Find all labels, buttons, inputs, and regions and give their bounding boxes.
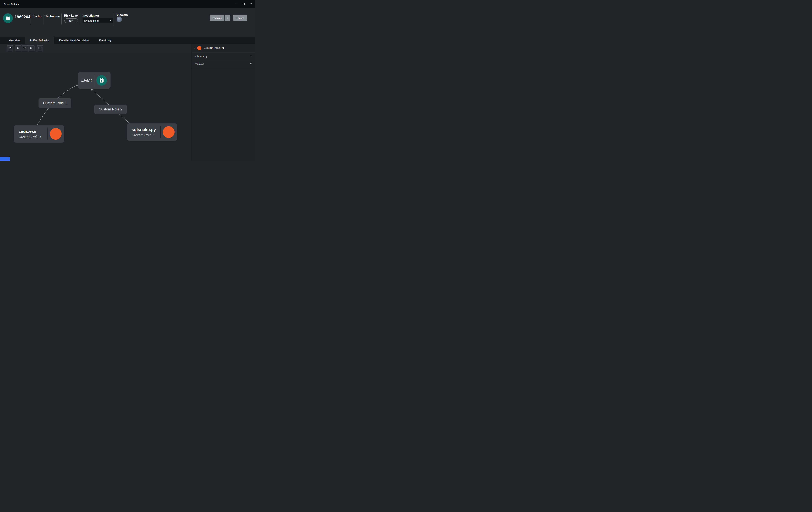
minimize-button[interactable]: − [232,0,240,8]
tab-event-log[interactable]: Event Log [94,36,116,44]
artifact-sidebar: ▾ Custom Type (2) sqlsnake.py zeus.exe [192,44,255,161]
graph-canvas[interactable]: Event Custom Role 1 Custom Role 2 [0,53,192,161]
event-node-label: Event [81,78,92,83]
tab-artifact-behavior[interactable]: Artifact Behavior [25,36,54,44]
frame-view-button[interactable] [37,45,43,51]
event-calendar-icon [96,75,107,86]
edge-label-custom-role-1[interactable]: Custom Role 1 [38,98,71,108]
node-name: sqlsnake.py [132,127,158,132]
zoom-out-icon [23,47,27,50]
titlebar: Event Details − × [0,0,255,8]
tab-overview[interactable]: Overview [4,36,25,44]
risk-level-label: Risk Level [64,14,79,18]
sidebar-item-label: zeus.exe [195,63,204,65]
custom-type-icon [163,126,175,138]
horizontal-scrollbar-thumb[interactable] [0,157,10,161]
risk-level-badge: N/A [64,18,78,23]
fit-to-screen-button[interactable] [28,45,34,51]
divider [114,13,114,26]
graph-panel: Event Custom Role 1 Custom Role 2 [0,44,192,161]
investigator-dropdown[interactable]: (Unassigned) ▾ [83,18,113,23]
caret-down-icon: ▾ [110,20,111,22]
investigator-value: (Unassigned) [84,19,99,22]
window-title: Event Details [4,3,19,5]
node-role: Custom Role 1 [19,135,45,139]
sidebar-group-title: Custom Type (2) [204,47,224,50]
dismiss-button[interactable]: Dismiss [233,15,247,21]
edge-label-custom-role-2[interactable]: Custom Role 2 [94,104,127,114]
investigator-label: Investigator [83,14,99,18]
tab-event-incident-correlation[interactable]: Event/Incident Correlation [54,36,94,44]
sidebar-item-sqlsnake[interactable]: sqlsnake.py [192,53,255,60]
main-content: Event Custom Role 1 Custom Role 2 [0,44,255,161]
node-text: zeus.exe Custom Role 1 [19,129,45,139]
node-zeus-exe[interactable]: zeus.exe Custom Role 1 [14,125,64,143]
zoom-in-icon [17,47,20,50]
refresh-button[interactable] [7,45,13,51]
event-type-icon [3,13,13,23]
custom-type-icon [197,46,201,50]
maximize-icon [243,3,244,5]
viewer-avatar [117,17,122,22]
header-actions: Escalate ▾ Dismiss [210,15,247,21]
caret-down-icon: ▾ [227,17,228,19]
minimize-icon: − [235,2,237,5]
node-sqlsnake-py[interactable]: sqlsnake.py Custom Role 2 [127,123,177,141]
divider [43,13,43,24]
escalate-button[interactable]: Escalate [210,15,225,21]
event-node[interactable]: Event [78,72,111,89]
node-role: Custom Role 2 [132,133,158,137]
fit-to-screen-icon [30,47,33,50]
sidebar-item-label: sqlsnake.py [195,55,207,58]
technique-label: Technique [45,14,60,18]
divider [80,13,80,24]
viewers-label: Viewers [117,13,128,17]
tactic-label: Tactic [33,14,41,18]
sidebar-group-header[interactable]: ▾ Custom Type (2) [192,44,255,53]
graph-toolbar [0,44,192,53]
close-icon: × [250,2,252,5]
event-id: 1960264 [14,14,30,19]
close-button[interactable]: × [248,0,255,8]
zoom-out-button[interactable] [22,45,28,51]
window-controls: − × [232,0,255,8]
sidebar-item-zeus[interactable]: zeus.exe [192,60,255,68]
divider [61,13,62,24]
maximize-button[interactable] [240,0,248,8]
chevron-down-icon[interactable] [250,55,253,58]
chevron-down-icon[interactable] [250,62,253,65]
custom-type-icon [50,128,62,140]
zoom-in-button[interactable] [15,45,22,51]
node-name: zeus.exe [19,129,45,134]
event-header: 1960264 Tactic Technique Risk Level N/A … [0,8,255,36]
collapse-triangle-icon[interactable]: ▾ [194,47,195,49]
escalate-dropdown-button[interactable]: ▾ [225,15,230,21]
node-text: sqlsnake.py Custom Role 2 [132,127,158,137]
tabbar: Overview Artifact Behavior Event/Inciden… [0,36,255,44]
refresh-icon [8,47,12,50]
frame-icon [38,47,41,50]
